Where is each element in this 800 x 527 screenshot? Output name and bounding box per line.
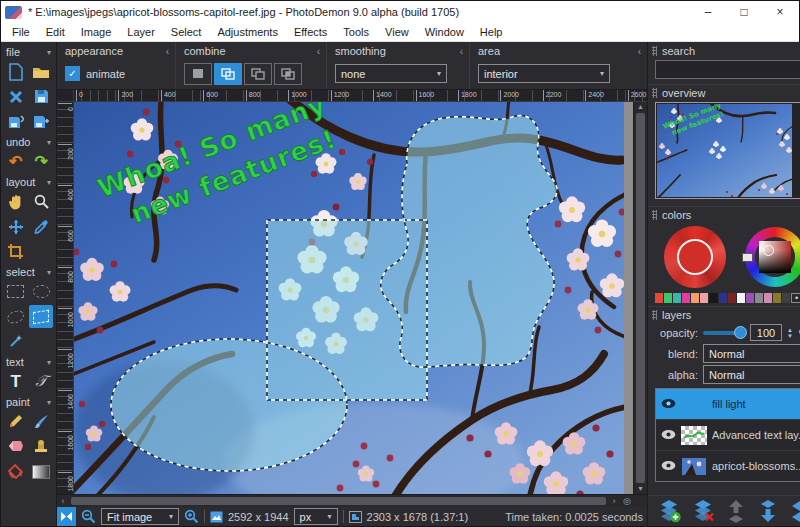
scroll-down-icon[interactable]: ▼ (637, 484, 644, 494)
opacity-spinner[interactable]: ▲▼ (787, 327, 793, 339)
smoothing-dropdown[interactable]: none▾ (335, 64, 447, 83)
save-as-button[interactable] (29, 110, 53, 133)
undo-button[interactable]: ↶ (4, 150, 28, 173)
scroll-left-icon[interactable]: ‹ (57, 496, 69, 506)
recenter-icon[interactable]: ◎ (620, 496, 634, 506)
lasso-select-button[interactable] (4, 305, 28, 328)
color-swatch[interactable] (664, 293, 672, 303)
color-swatch[interactable] (782, 293, 790, 303)
combine-subtract-button[interactable] (244, 63, 272, 85)
color-swatch[interactable] (719, 293, 727, 303)
color-swatch[interactable] (728, 293, 736, 303)
menu-tools[interactable]: Tools (335, 23, 377, 41)
color-picker-button[interactable] (29, 215, 53, 238)
text-tool-button[interactable]: T (4, 370, 28, 393)
pencil-tool-button[interactable] (4, 410, 28, 433)
menu-select[interactable]: Select (163, 23, 210, 41)
overview-section-header[interactable]: overview ▾ (648, 84, 800, 100)
canvas-viewport[interactable]: Whoa! So many new features! (74, 102, 633, 494)
color-swatch[interactable] (755, 293, 763, 303)
ellipse-select-button[interactable] (29, 280, 53, 303)
crop-tool-button[interactable] (4, 240, 28, 263)
color-swatch[interactable] (746, 293, 754, 303)
close-image-button[interactable] (4, 85, 28, 108)
menu-layer[interactable]: Layer (119, 23, 163, 41)
add-layer-button[interactable] (656, 498, 682, 524)
redo-button[interactable]: ↷ (29, 150, 53, 173)
combine-intersect-button[interactable] (274, 63, 302, 85)
new-image-button[interactable] (4, 60, 28, 83)
rect-select-button[interactable] (4, 280, 28, 303)
eraser-tool-button[interactable] (4, 435, 28, 458)
drag-grip-icon[interactable] (652, 46, 657, 56)
maximize-button[interactable]: □ (729, 1, 759, 23)
merge-layers-button[interactable] (788, 498, 800, 524)
more-swatches-button[interactable]: • • • (791, 293, 800, 303)
zoom-in-icon[interactable] (184, 509, 199, 524)
brush-tool-button[interactable] (29, 410, 53, 433)
clone-stamp-button[interactable] (29, 435, 53, 458)
fill-tool-button[interactable] (4, 460, 28, 483)
search-section-header[interactable]: search ▾ (648, 43, 800, 58)
scroll-right-icon[interactable]: › (608, 496, 620, 506)
menu-effects[interactable]: Effects (286, 23, 335, 41)
overview-thumbnail[interactable]: Whoa! So many new features! (655, 102, 800, 199)
alpha-mode-dropdown[interactable]: Normal▾ (703, 365, 800, 384)
layer-visibility-icon[interactable] (661, 426, 676, 444)
color-swatch[interactable] (655, 293, 663, 303)
menu-view[interactable]: View (377, 23, 417, 41)
zoom-preset-dropdown[interactable]: Fit image▾ (101, 508, 179, 525)
opacity-slider[interactable] (703, 331, 745, 335)
drag-grip-icon[interactable] (652, 310, 657, 320)
hand-tool-button[interactable] (4, 190, 28, 213)
move-layer-up-button[interactable] (724, 498, 748, 524)
open-image-button[interactable] (29, 60, 53, 83)
chevron-left-icon[interactable]: ‹ (166, 46, 169, 57)
drag-grip-icon[interactable] (652, 88, 657, 98)
text-group-header[interactable]: text▾ (1, 355, 56, 369)
combine-replace-button[interactable] (184, 63, 212, 85)
color-swatch[interactable] (682, 293, 690, 303)
move-layer-down-button[interactable] (756, 498, 780, 524)
close-button[interactable]: × (765, 1, 795, 23)
menu-file[interactable]: File (4, 23, 38, 41)
layout-group-header[interactable]: layout▾ (1, 175, 56, 189)
advanced-text-tool-button[interactable]: 𝒯 (29, 370, 53, 393)
menu-image[interactable]: Image (73, 23, 120, 41)
colors-section-header[interactable]: colors ▾ (648, 206, 800, 222)
layer-row[interactable]: Advanced text lay... (656, 420, 800, 451)
gradient-tool-button[interactable] (29, 460, 53, 483)
layer-visibility-icon[interactable] (661, 395, 676, 413)
color-swatch[interactable] (709, 293, 717, 303)
color-swatch[interactable] (737, 293, 745, 303)
search-input[interactable] (655, 60, 800, 79)
animate-checkbox[interactable]: ✓ (65, 66, 80, 81)
chevron-left-icon[interactable]: ‹ (638, 46, 641, 57)
menu-edit[interactable]: Edit (38, 23, 73, 41)
paint-group-header[interactable]: paint▾ (1, 395, 56, 409)
layers-section-header[interactable]: layers ▾ (648, 306, 800, 322)
opacity-slider-knob[interactable] (734, 326, 747, 339)
menu-window[interactable]: Window (417, 23, 472, 41)
h-scrollbar[interactable]: ‹ › ◎ (57, 494, 647, 507)
v-scrollbar[interactable]: ▲ ▼ (633, 102, 647, 494)
menu-adjustments[interactable]: Adjustments (209, 23, 286, 41)
magic-wand-button[interactable] (4, 330, 28, 353)
menu-help[interactable]: Help (472, 23, 511, 41)
drag-grip-icon[interactable] (652, 210, 657, 220)
canvas-image[interactable]: Whoa! So many new features! (74, 102, 624, 494)
select-group-header[interactable]: select▾ (1, 265, 56, 279)
h-scroll-thumb[interactable] (71, 497, 606, 505)
color-swatch[interactable] (700, 293, 708, 303)
hue-wheel[interactable] (745, 227, 800, 287)
save-copy-button[interactable] (4, 110, 28, 133)
color-swatch[interactable] (673, 293, 681, 303)
scroll-up-icon[interactable]: ▲ (637, 102, 644, 112)
area-dropdown[interactable]: interior▾ (478, 64, 610, 83)
zoom-out-icon[interactable] (81, 509, 96, 524)
opacity-value[interactable]: 100 (750, 324, 782, 341)
file-group-header[interactable]: file▾ (1, 45, 56, 59)
polygon-select-button[interactable] (29, 305, 53, 328)
color-swatch[interactable] (773, 293, 781, 303)
undo-group-header[interactable]: undo▾ (1, 135, 56, 149)
